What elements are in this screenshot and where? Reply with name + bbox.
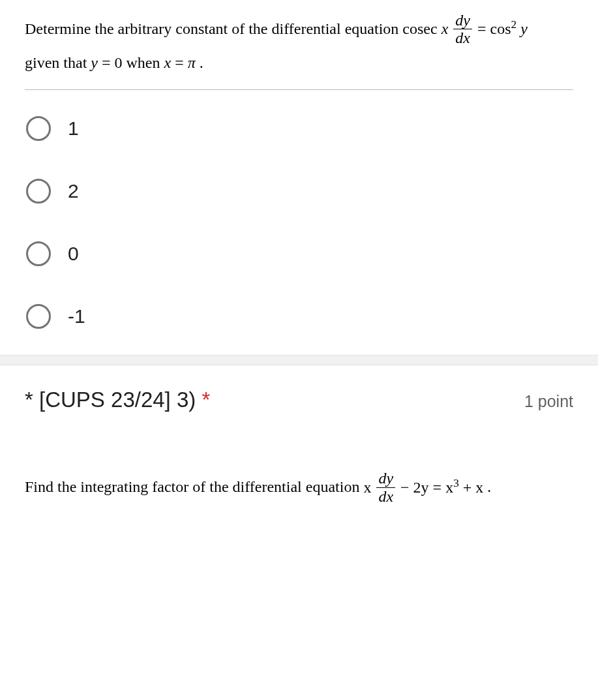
q1-line2g: . bbox=[200, 54, 203, 71]
q2-exp: 3 bbox=[453, 477, 459, 489]
q1-exp: 2 bbox=[511, 18, 516, 31]
q1-line2b: y bbox=[91, 54, 98, 71]
q1-yvar: y bbox=[516, 20, 528, 37]
option-0[interactable]: 0 bbox=[26, 241, 573, 266]
q2-end: . bbox=[487, 479, 491, 496]
q1-line2e: = bbox=[175, 54, 188, 71]
q2-frac-num: dy bbox=[376, 470, 395, 487]
q1-line2a: given that bbox=[25, 54, 91, 71]
q2-plus: + bbox=[463, 479, 476, 496]
option-2[interactable]: 2 bbox=[26, 179, 573, 204]
q2-fraction: dy dx bbox=[376, 470, 395, 505]
radio-icon bbox=[26, 179, 51, 204]
q1-cosec: cosec bbox=[402, 20, 437, 37]
q2-xvar3: x bbox=[445, 479, 453, 496]
q1-cos: cos bbox=[490, 20, 511, 37]
q2-xvar4: x bbox=[475, 479, 483, 496]
q2-header: * [CUPS 23/24] 3) * 1 point bbox=[25, 388, 573, 412]
option-2-label: 2 bbox=[68, 180, 79, 202]
q2-eq: = bbox=[433, 479, 446, 496]
option-neg1-label: -1 bbox=[68, 305, 85, 327]
q1-fraction: dy dx bbox=[453, 12, 472, 47]
q1-frac-num: dy bbox=[453, 12, 472, 29]
option-1-label: 1 bbox=[68, 117, 79, 140]
q2-prompt: Find the integrating factor of the diffe… bbox=[25, 471, 573, 506]
q2-text-pre: Find the integrating factor of the diffe… bbox=[25, 479, 363, 496]
q2-points: 1 point bbox=[524, 392, 573, 411]
q2-title-text: * [CUPS 23/24] 3) bbox=[25, 388, 202, 412]
q1-xvar: x bbox=[441, 20, 449, 37]
option-1[interactable]: 1 bbox=[26, 116, 573, 141]
q2-title: * [CUPS 23/24] 3) * bbox=[25, 388, 210, 412]
q1-line2f: π bbox=[188, 54, 196, 71]
q2-frac-den: dx bbox=[376, 488, 395, 505]
radio-icon bbox=[26, 116, 51, 141]
radio-icon bbox=[26, 304, 51, 329]
q1-frac-den: dx bbox=[453, 29, 472, 46]
question-1: Determine the arbitrary constant of the … bbox=[0, 0, 598, 355]
q1-equals: = bbox=[477, 20, 490, 37]
q1-options: 1 2 0 -1 bbox=[25, 116, 573, 329]
option-0-label: 0 bbox=[68, 243, 79, 265]
card-divider bbox=[0, 355, 598, 365]
q2-mid: − 2 bbox=[400, 479, 421, 496]
q1-line2d: x bbox=[164, 54, 172, 71]
question-1-prompt: Determine the arbitrary constant of the … bbox=[25, 13, 573, 90]
q2-yvar: y bbox=[421, 479, 429, 496]
q2-xvar1: x bbox=[363, 479, 371, 496]
required-mark: * bbox=[202, 388, 210, 412]
q1-line2c: = 0 when bbox=[102, 54, 164, 71]
option-neg1[interactable]: -1 bbox=[26, 304, 573, 329]
question-2: * [CUPS 23/24] 3) * 1 point Find the int… bbox=[0, 365, 598, 526]
q1-text-pre: Determine the arbitrary constant of the … bbox=[25, 20, 402, 37]
radio-icon bbox=[26, 241, 51, 266]
